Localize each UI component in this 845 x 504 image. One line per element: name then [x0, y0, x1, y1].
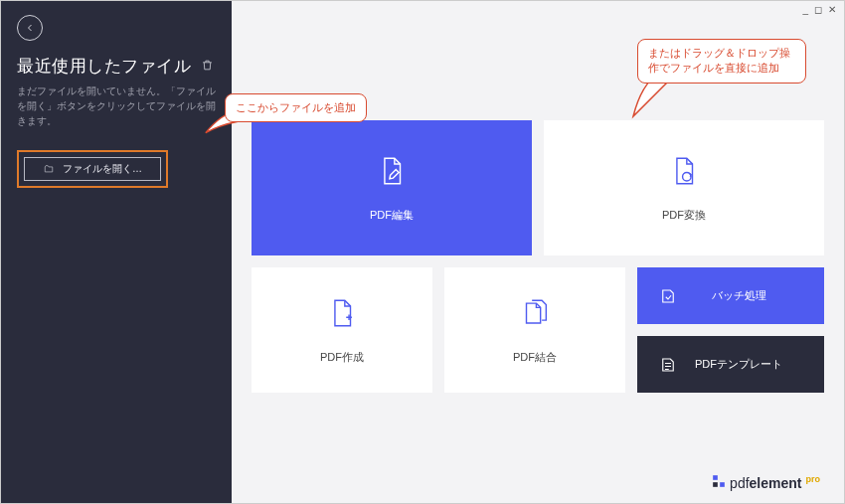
trash-icon — [201, 59, 214, 72]
brand: pdfelement pro — [712, 474, 820, 491]
app-window: _ ◻ ✕ 最近使用したファイル まだファイルを開いていません。「ファイルを開く… — [0, 0, 845, 504]
brand-logo-icon — [712, 474, 726, 488]
open-file-label: ファイルを開く… — [63, 162, 142, 176]
bottom-left: PDF作成 PDF結合 — [252, 267, 625, 393]
titlebar: _ ◻ ✕ — [802, 1, 844, 21]
svg-rect-1 — [713, 475, 718, 480]
card-pdf-combine[interactable]: PDF結合 — [444, 267, 625, 393]
document-edit-icon — [375, 154, 409, 192]
open-file-highlight: ファイルを開く… — [17, 150, 168, 188]
folder-icon — [43, 164, 55, 174]
recent-description: まだファイルを開いていません。「ファイルを開く」ボタンをクリックしてファイルを開… — [17, 84, 216, 128]
sidebar: 最近使用したファイル まだファイルを開いていません。「ファイルを開く」ボタンをク… — [1, 1, 232, 503]
card-label: バッチ処理 — [675, 288, 802, 303]
card-pdf-create[interactable]: PDF作成 — [252, 267, 432, 393]
document-create-icon — [325, 296, 359, 334]
card-template[interactable]: PDFテンプレート — [637, 336, 824, 393]
brand-name: pdfelement — [730, 475, 801, 491]
bottom-row: PDF作成 PDF結合 バッチ処理 PDFテンプレート — [252, 267, 824, 393]
top-row: PDF編集 PDF変換 — [252, 120, 824, 255]
svg-rect-3 — [720, 482, 725, 487]
card-batch[interactable]: バッチ処理 — [637, 267, 824, 324]
card-label: PDF変換 — [662, 208, 706, 223]
bottom-right: バッチ処理 PDFテンプレート — [637, 267, 824, 393]
clear-recent-button[interactable] — [201, 58, 214, 76]
back-button[interactable] — [17, 15, 43, 41]
brand-pro: pro — [806, 474, 821, 484]
close-button[interactable]: ✕ — [828, 4, 836, 21]
card-label: PDF編集 — [370, 208, 414, 223]
minimize-button[interactable]: _ — [802, 4, 808, 21]
card-label: PDF作成 — [320, 350, 364, 365]
recent-title: 最近使用したファイル — [17, 55, 191, 78]
card-pdf-edit[interactable]: PDF編集 — [252, 120, 532, 255]
callout-drag-drop: またはドラッグ＆ドロップ操作でファイルを直接に追加 — [637, 39, 806, 84]
chevron-left-icon — [24, 22, 36, 34]
open-file-button[interactable]: ファイルを開く… — [24, 157, 161, 181]
card-label: PDFテンプレート — [675, 357, 802, 372]
callout-add-here: ここからファイルを追加 — [225, 93, 367, 122]
maximize-button[interactable]: ◻ — [814, 4, 822, 21]
card-pdf-convert[interactable]: PDF変換 — [544, 120, 824, 255]
svg-rect-2 — [713, 482, 718, 487]
card-label: PDF結合 — [513, 350, 557, 365]
document-convert-icon — [667, 154, 701, 192]
recent-header: 最近使用したファイル — [17, 55, 216, 78]
document-combine-icon — [518, 296, 552, 334]
